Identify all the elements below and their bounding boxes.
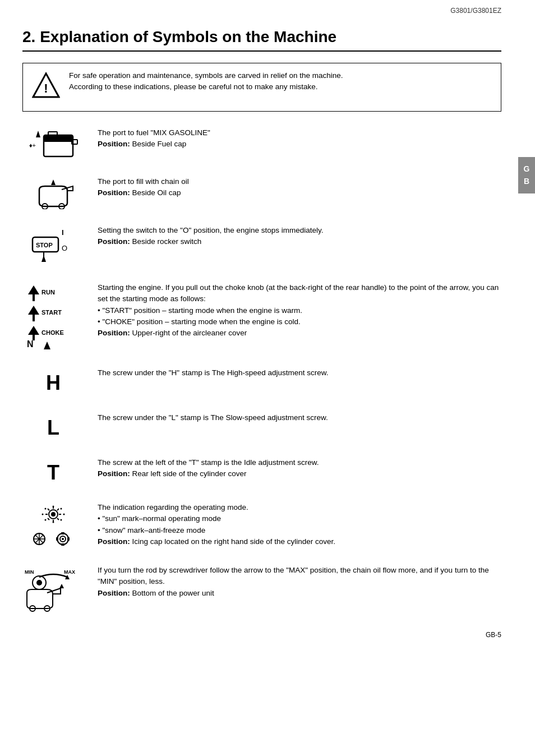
svg-point-38 xyxy=(53,506,54,508)
svg-marker-2 xyxy=(36,131,40,137)
warning-icon: ! xyxy=(32,71,60,104)
svg-line-37 xyxy=(48,518,49,520)
symbol-row-H: H The screw under the "H" stamp is The H… xyxy=(22,367,501,397)
symbol-row-T: T The screw at the left of the "T" stamp… xyxy=(22,457,501,486)
letter-T: T xyxy=(47,459,59,486)
svg-text:♦+: ♦+ xyxy=(29,142,36,149)
letter-L: L xyxy=(47,414,59,441)
page-container: G3801/G3801EZ 2. Explanation of Symbols … xyxy=(0,0,535,650)
svg-marker-23 xyxy=(28,326,39,335)
letter-H: H xyxy=(46,370,61,397)
symbol-area-oil xyxy=(22,176,84,209)
symbol-area-minmax: MIN MAX xyxy=(22,565,84,612)
symbol-text-rsc: Starting the engine. If you pull out the… xyxy=(98,282,501,339)
symbol-area-stop: I STOP O xyxy=(22,225,84,266)
svg-rect-53 xyxy=(61,543,64,546)
svg-rect-18 xyxy=(33,294,35,301)
svg-point-29 xyxy=(51,512,56,517)
svg-rect-54 xyxy=(56,537,58,541)
rsc-bullets: "START" position – starting mode when th… xyxy=(98,305,501,328)
symbol-row-stop: I STOP O Setting the switch to the "O" p… xyxy=(22,225,501,266)
svg-rect-55 xyxy=(67,537,70,541)
page-number: GB-5 xyxy=(486,631,501,639)
symbol-area-fuel: ♦+ xyxy=(22,127,84,160)
svg-point-42 xyxy=(53,522,54,523)
svg-marker-17 xyxy=(28,285,39,294)
symbol-text-oil: The port to fill with chain oil Position… xyxy=(98,176,501,199)
doc-id: G3801/G3801EZ xyxy=(450,7,501,15)
svg-point-44 xyxy=(42,514,44,515)
svg-line-35 xyxy=(57,518,59,520)
svg-rect-52 xyxy=(61,532,64,534)
svg-marker-8 xyxy=(51,179,56,185)
svg-marker-20 xyxy=(28,306,39,315)
svg-text:CHOKE: CHOKE xyxy=(41,329,64,336)
symbol-text-stop: Setting the switch to the "O" position, … xyxy=(98,225,501,248)
svg-text:I: I xyxy=(62,228,64,237)
symbol-row-fuel: ♦+ The port to fuel "MIX GASOLINE" Posit… xyxy=(22,127,501,160)
symbol-row-oil: The port to fill with chain oil Position… xyxy=(22,176,501,209)
title-divider xyxy=(22,50,501,52)
svg-marker-65 xyxy=(59,584,64,588)
svg-point-40 xyxy=(63,514,65,515)
page-title: 2. Explanation of Symbols on the Machine xyxy=(22,28,501,46)
symbol-text-H: The screw under the "H" stamp is The Hig… xyxy=(98,367,501,379)
symbol-text-sun-snow: The indication regarding the operating m… xyxy=(98,502,501,547)
svg-marker-27 xyxy=(44,342,50,349)
svg-text:RUN: RUN xyxy=(41,289,55,296)
symbol-area-rsc: RUN START CHOKE N xyxy=(22,282,84,352)
svg-point-62 xyxy=(36,580,42,586)
svg-point-43 xyxy=(45,519,47,521)
svg-line-34 xyxy=(48,509,49,510)
symbol-text-T: The screw at the left of the "T" stamp i… xyxy=(98,457,501,480)
warning-text: For safe operation and maintenance, symb… xyxy=(69,70,343,93)
svg-text:MAX: MAX xyxy=(64,569,75,575)
symbol-row-minmax: MIN MAX If you turn the rod by scr xyxy=(22,565,501,612)
svg-text:N: N xyxy=(27,339,34,349)
svg-line-36 xyxy=(57,509,59,510)
svg-text:O: O xyxy=(62,244,67,252)
symbol-row-L: L The screw under the "L" stamp is The S… xyxy=(22,412,501,441)
svg-text:STOP: STOP xyxy=(36,242,53,248)
sun-snow-bullets: "sun" mark–normal operating mode "snow" … xyxy=(98,513,501,536)
svg-point-57 xyxy=(62,538,64,540)
svg-text:!: ! xyxy=(44,81,48,95)
symbol-area-T: T xyxy=(22,457,84,486)
symbol-text-L: The screw under the "L" stamp is The Slo… xyxy=(98,412,501,423)
svg-point-41 xyxy=(61,519,62,521)
symbol-text-minmax: If you turn the rod by screwdriver follo… xyxy=(98,565,501,599)
side-tab: GB xyxy=(518,157,535,193)
svg-rect-16 xyxy=(43,252,44,260)
symbol-text-fuel: The port to fuel "MIX GASOLINE" Position… xyxy=(98,127,501,150)
symbol-area-H: H xyxy=(22,367,84,397)
svg-text:MIN: MIN xyxy=(25,569,34,575)
svg-rect-21 xyxy=(33,315,35,321)
warning-box: ! For safe operation and maintenance, sy… xyxy=(22,63,501,112)
symbol-area-L: L xyxy=(22,412,84,441)
symbol-area-sun-snow xyxy=(22,502,84,549)
symbol-row-sun-snow: The indication regarding the operating m… xyxy=(22,502,501,549)
svg-point-39 xyxy=(61,508,62,510)
svg-text:START: START xyxy=(41,309,62,316)
symbol-row-rsc: RUN START CHOKE N Starting the engine. I… xyxy=(22,282,501,352)
svg-point-45 xyxy=(45,508,47,510)
